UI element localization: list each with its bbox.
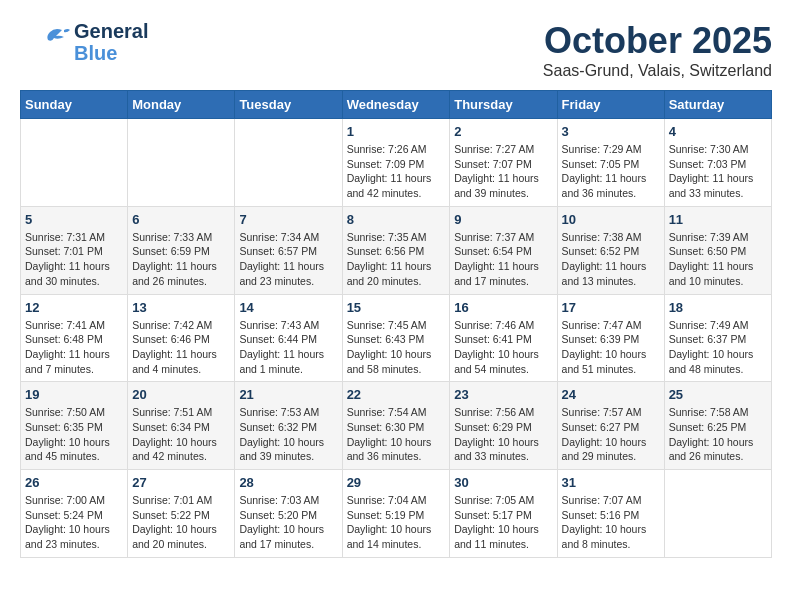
calendar-table: SundayMondayTuesdayWednesdayThursdayFrid… — [20, 90, 772, 558]
day-number: 12 — [25, 300, 123, 315]
calendar-cell: 12Sunrise: 7:41 AMSunset: 6:48 PMDayligh… — [21, 294, 128, 382]
calendar-cell: 21Sunrise: 7:53 AMSunset: 6:32 PMDayligh… — [235, 382, 342, 470]
calendar-cell: 28Sunrise: 7:03 AMSunset: 5:20 PMDayligh… — [235, 470, 342, 558]
calendar-cell: 15Sunrise: 7:45 AMSunset: 6:43 PMDayligh… — [342, 294, 450, 382]
day-info: Sunrise: 7:45 AMSunset: 6:43 PMDaylight:… — [347, 318, 446, 377]
day-info: Sunrise: 7:31 AMSunset: 7:01 PMDaylight:… — [25, 230, 123, 289]
calendar-cell: 11Sunrise: 7:39 AMSunset: 6:50 PMDayligh… — [664, 206, 771, 294]
day-number: 6 — [132, 212, 230, 227]
day-number: 10 — [562, 212, 660, 227]
day-number: 26 — [25, 475, 123, 490]
day-info: Sunrise: 7:50 AMSunset: 6:35 PMDaylight:… — [25, 405, 123, 464]
day-number: 13 — [132, 300, 230, 315]
day-info: Sunrise: 7:27 AMSunset: 7:07 PMDaylight:… — [454, 142, 552, 201]
day-number: 9 — [454, 212, 552, 227]
day-number: 30 — [454, 475, 552, 490]
weekday-header-row: SundayMondayTuesdayWednesdayThursdayFrid… — [21, 91, 772, 119]
day-info: Sunrise: 7:42 AMSunset: 6:46 PMDaylight:… — [132, 318, 230, 377]
location-title: Saas-Grund, Valais, Switzerland — [543, 62, 772, 80]
calendar-week-row: 12Sunrise: 7:41 AMSunset: 6:48 PMDayligh… — [21, 294, 772, 382]
weekday-header: Wednesday — [342, 91, 450, 119]
day-number: 5 — [25, 212, 123, 227]
weekday-header: Friday — [557, 91, 664, 119]
calendar-cell: 14Sunrise: 7:43 AMSunset: 6:44 PMDayligh… — [235, 294, 342, 382]
calendar-cell: 16Sunrise: 7:46 AMSunset: 6:41 PMDayligh… — [450, 294, 557, 382]
day-info: Sunrise: 7:01 AMSunset: 5:22 PMDaylight:… — [132, 493, 230, 552]
day-info: Sunrise: 7:03 AMSunset: 5:20 PMDaylight:… — [239, 493, 337, 552]
calendar-week-row: 1Sunrise: 7:26 AMSunset: 7:09 PMDaylight… — [21, 119, 772, 207]
calendar-cell: 24Sunrise: 7:57 AMSunset: 6:27 PMDayligh… — [557, 382, 664, 470]
day-number: 7 — [239, 212, 337, 227]
day-number: 11 — [669, 212, 767, 227]
calendar-cell — [128, 119, 235, 207]
day-info: Sunrise: 7:57 AMSunset: 6:27 PMDaylight:… — [562, 405, 660, 464]
day-number: 25 — [669, 387, 767, 402]
weekday-header: Saturday — [664, 91, 771, 119]
day-number: 1 — [347, 124, 446, 139]
calendar-cell: 13Sunrise: 7:42 AMSunset: 6:46 PMDayligh… — [128, 294, 235, 382]
title-section: October 2025 Saas-Grund, Valais, Switzer… — [543, 20, 772, 80]
weekday-header: Monday — [128, 91, 235, 119]
day-info: Sunrise: 7:39 AMSunset: 6:50 PMDaylight:… — [669, 230, 767, 289]
calendar-cell: 23Sunrise: 7:56 AMSunset: 6:29 PMDayligh… — [450, 382, 557, 470]
calendar-cell: 31Sunrise: 7:07 AMSunset: 5:16 PMDayligh… — [557, 470, 664, 558]
month-title: October 2025 — [543, 20, 772, 62]
calendar-cell: 26Sunrise: 7:00 AMSunset: 5:24 PMDayligh… — [21, 470, 128, 558]
day-info: Sunrise: 7:41 AMSunset: 6:48 PMDaylight:… — [25, 318, 123, 377]
day-info: Sunrise: 7:43 AMSunset: 6:44 PMDaylight:… — [239, 318, 337, 377]
calendar-cell: 2Sunrise: 7:27 AMSunset: 7:07 PMDaylight… — [450, 119, 557, 207]
calendar-cell: 5Sunrise: 7:31 AMSunset: 7:01 PMDaylight… — [21, 206, 128, 294]
calendar-cell: 7Sunrise: 7:34 AMSunset: 6:57 PMDaylight… — [235, 206, 342, 294]
day-number: 21 — [239, 387, 337, 402]
calendar-cell: 27Sunrise: 7:01 AMSunset: 5:22 PMDayligh… — [128, 470, 235, 558]
calendar-cell: 25Sunrise: 7:58 AMSunset: 6:25 PMDayligh… — [664, 382, 771, 470]
day-number: 14 — [239, 300, 337, 315]
day-number: 8 — [347, 212, 446, 227]
calendar-cell: 17Sunrise: 7:47 AMSunset: 6:39 PMDayligh… — [557, 294, 664, 382]
day-info: Sunrise: 7:26 AMSunset: 7:09 PMDaylight:… — [347, 142, 446, 201]
day-info: Sunrise: 7:07 AMSunset: 5:16 PMDaylight:… — [562, 493, 660, 552]
day-number: 18 — [669, 300, 767, 315]
day-number: 27 — [132, 475, 230, 490]
day-number: 4 — [669, 124, 767, 139]
day-info: Sunrise: 7:51 AMSunset: 6:34 PMDaylight:… — [132, 405, 230, 464]
day-number: 29 — [347, 475, 446, 490]
calendar-week-row: 5Sunrise: 7:31 AMSunset: 7:01 PMDaylight… — [21, 206, 772, 294]
page-header: General Blue October 2025 Saas-Grund, Va… — [20, 20, 772, 80]
calendar-cell: 6Sunrise: 7:33 AMSunset: 6:59 PMDaylight… — [128, 206, 235, 294]
day-number: 16 — [454, 300, 552, 315]
day-number: 22 — [347, 387, 446, 402]
calendar-cell — [235, 119, 342, 207]
calendar-cell: 10Sunrise: 7:38 AMSunset: 6:52 PMDayligh… — [557, 206, 664, 294]
calendar-cell — [21, 119, 128, 207]
day-info: Sunrise: 7:37 AMSunset: 6:54 PMDaylight:… — [454, 230, 552, 289]
calendar-cell: 3Sunrise: 7:29 AMSunset: 7:05 PMDaylight… — [557, 119, 664, 207]
day-number: 3 — [562, 124, 660, 139]
day-info: Sunrise: 7:54 AMSunset: 6:30 PMDaylight:… — [347, 405, 446, 464]
day-info: Sunrise: 7:56 AMSunset: 6:29 PMDaylight:… — [454, 405, 552, 464]
day-info: Sunrise: 7:00 AMSunset: 5:24 PMDaylight:… — [25, 493, 123, 552]
logo-blue: Blue — [74, 42, 148, 64]
day-number: 31 — [562, 475, 660, 490]
day-info: Sunrise: 7:47 AMSunset: 6:39 PMDaylight:… — [562, 318, 660, 377]
day-info: Sunrise: 7:34 AMSunset: 6:57 PMDaylight:… — [239, 230, 337, 289]
day-number: 20 — [132, 387, 230, 402]
day-info: Sunrise: 7:58 AMSunset: 6:25 PMDaylight:… — [669, 405, 767, 464]
calendar-week-row: 19Sunrise: 7:50 AMSunset: 6:35 PMDayligh… — [21, 382, 772, 470]
day-info: Sunrise: 7:35 AMSunset: 6:56 PMDaylight:… — [347, 230, 446, 289]
calendar-cell: 22Sunrise: 7:54 AMSunset: 6:30 PMDayligh… — [342, 382, 450, 470]
day-number: 23 — [454, 387, 552, 402]
calendar-cell: 8Sunrise: 7:35 AMSunset: 6:56 PMDaylight… — [342, 206, 450, 294]
day-info: Sunrise: 7:05 AMSunset: 5:17 PMDaylight:… — [454, 493, 552, 552]
day-info: Sunrise: 7:53 AMSunset: 6:32 PMDaylight:… — [239, 405, 337, 464]
day-info: Sunrise: 7:29 AMSunset: 7:05 PMDaylight:… — [562, 142, 660, 201]
weekday-header: Tuesday — [235, 91, 342, 119]
day-number: 17 — [562, 300, 660, 315]
calendar-cell: 9Sunrise: 7:37 AMSunset: 6:54 PMDaylight… — [450, 206, 557, 294]
calendar-cell — [664, 470, 771, 558]
logo: General Blue — [20, 20, 148, 64]
calendar-cell: 4Sunrise: 7:30 AMSunset: 7:03 PMDaylight… — [664, 119, 771, 207]
calendar-week-row: 26Sunrise: 7:00 AMSunset: 5:24 PMDayligh… — [21, 470, 772, 558]
calendar-cell: 30Sunrise: 7:05 AMSunset: 5:17 PMDayligh… — [450, 470, 557, 558]
calendar-cell: 29Sunrise: 7:04 AMSunset: 5:19 PMDayligh… — [342, 470, 450, 558]
